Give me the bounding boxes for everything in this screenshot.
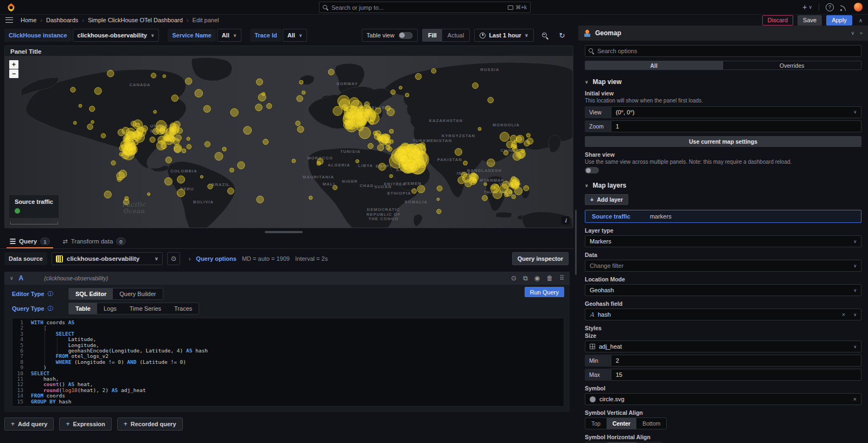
duplicate-query-icon[interactable]: ⧉ [523,274,528,282]
tab-transform-data[interactable]: ⇄ Transform data 0 [58,237,131,248]
search-input[interactable] [331,4,505,11]
help-icon[interactable]: ? [826,3,834,11]
min-input[interactable]: 2 [611,355,861,367]
discard-button[interactable]: Discard [762,15,793,25]
add-menu-button[interactable]: +∨ [802,3,812,11]
info-icon[interactable]: ⓘ [48,305,53,312]
collapse-pane-icon[interactable]: » [860,30,863,36]
datasource-picker[interactable]: clickhouse-observability ∨ [52,252,163,265]
info-icon[interactable]: ⓘ [48,290,53,298]
add-layer-button[interactable]: +Add layer [585,194,628,205]
traces-option[interactable]: Traces [168,303,199,314]
time-range-picker[interactable]: Last 1 hour ∨ [474,29,534,42]
query-builder-option[interactable]: Query Builder [113,288,162,299]
variable-value-clickhouse-instance[interactable]: clickhouse-observability∨ [73,29,159,42]
apply-button[interactable]: Apply [826,15,852,25]
chevron-down-icon[interactable]: ∨ [851,30,854,36]
variable-value-service-name[interactable]: All∨ [217,29,242,42]
options-search-input[interactable] [597,48,858,54]
tab-query[interactable]: Query 1 [4,237,55,248]
clear-icon[interactable]: × [842,311,845,318]
menu-icon[interactable] [5,17,13,23]
sql-editor-option[interactable]: SQL Editor [69,288,113,299]
scrollbar-thumb[interactable] [575,210,577,275]
query-help-icon[interactable]: ⊙ [511,274,516,282]
map-marker [203,105,210,112]
share-view-toggle[interactable] [585,167,599,174]
layer-item-source-traffic[interactable]: Source traffic markers [585,210,861,223]
use-current-map-settings-button[interactable]: Use current map settings [585,136,861,147]
code-line[interactable]: 13 round(log10(heat), 2) AS adj_heat [12,388,564,393]
map-label: CHAD [360,183,374,188]
code-line[interactable]: 15GROUP BY hash [12,399,564,405]
logs-option[interactable]: Logs [97,303,123,314]
time-series-option[interactable]: Time Series [123,303,168,314]
bottom-option[interactable]: Bottom [636,418,666,429]
center-option[interactable]: Center [607,418,636,429]
news-icon[interactable] [840,4,847,11]
tab-all[interactable]: All [585,61,723,70]
size-select[interactable]: adj_heat∨ [585,341,861,352]
run-query-button[interactable]: Run Query [525,287,564,297]
sql-code-editor[interactable]: 1WITH coords AS2 (3 SELECT4 Latitude,5 L… [12,318,564,407]
map-attribution-button[interactable]: i [561,216,570,224]
splitter-grip[interactable] [265,231,303,233]
options-search[interactable] [585,45,861,57]
grafana-logo-icon[interactable] [7,3,16,12]
map-marker [417,185,425,193]
layer-type-select[interactable]: Markers∨ [585,235,861,247]
map-canvas[interactable]: RUSSIACANADANORWAYUNITEDSTATESBELARUSKAZ… [5,56,573,228]
drag-handle-icon[interactable]: ⠿ [559,274,564,282]
geohash-field-select[interactable]: Ahash×∨ [585,309,861,320]
tab-overrides[interactable]: Overrides [723,61,862,70]
global-search[interactable]: ⌘+k [319,2,531,13]
query-row-header[interactable]: ∨ A (clickhouse-observability) ⊙ ⧉ ◉ 🗑 ⠿ [4,272,570,285]
zoom-out-time-button[interactable] [538,29,551,42]
save-button[interactable]: Save [797,15,822,25]
delete-query-icon[interactable]: 🗑 [546,274,553,282]
map-marker [378,144,384,151]
location-mode-select[interactable]: Geohash∨ [585,284,861,296]
collapse-query-icon[interactable]: ∨ [10,275,14,281]
expression-button[interactable]: +Expression [59,418,111,431]
code-line[interactable]: 9 ) [12,365,564,370]
panel-title[interactable]: Panel Title [5,46,573,56]
code-line[interactable]: 2 ( [12,325,564,331]
table-option[interactable]: Table [69,303,97,314]
zoom-input[interactable]: 1 [611,120,861,132]
query-inspector-button[interactable]: Query inspector [512,252,569,265]
datasource-help-button[interactable]: ⊙ [167,252,180,265]
top-option[interactable]: Top [585,418,607,429]
section-map-layers[interactable]: ∨Map layers [585,182,861,189]
view-select[interactable]: (0°, 0°)∨ [611,106,861,118]
symbol-select[interactable]: circle.svg× [585,393,861,405]
map-zoom-out-button[interactable]: − [9,69,18,78]
breadcrumb-item[interactable]: Simple ClickHouse OTel Dashboard [88,17,183,23]
fill-option[interactable]: Fill [423,29,442,41]
breadcrumb-item[interactable]: Dashboards [46,17,78,23]
code-line[interactable]: 1WITH coords AS [12,320,564,325]
code-line[interactable]: 10SELECT [12,371,564,376]
section-map-view[interactable]: ∨Map view [585,78,861,86]
collapse-header-icon[interactable]: ∧ [859,17,863,23]
breadcrumb-item[interactable]: Home [21,17,36,23]
clear-icon[interactable]: × [853,396,857,402]
query-options[interactable]: › Query options MD = auto = 1909 Interva… [189,255,328,262]
table-view-toggle[interactable] [399,32,413,39]
max-input[interactable]: 15 [611,369,861,381]
code-line[interactable]: 14FROM coords [12,393,564,399]
visualization-picker[interactable]: Geomap ∨ » [578,25,868,41]
map-zoom-in-button[interactable]: + [9,60,18,69]
user-avatar[interactable] [854,3,863,11]
refresh-button[interactable]: ↻ [556,29,569,42]
panel-options-sidebar: Geomap ∨ » All Overrides ∨Map view Initi… [578,25,868,443]
main-scrollbar[interactable] [575,25,577,443]
code-line[interactable]: 11 hash, [12,376,564,382]
variable-value-trace-id[interactable]: All∨ [283,29,308,42]
hide-response-icon[interactable]: ◉ [534,274,540,282]
code-line[interactable]: 8 WHERE (Longitude != 0) AND (Latitude !… [12,359,564,365]
add-query-button[interactable]: +Add query [4,418,54,431]
recorded-query-button[interactable]: +Recorded query [117,418,183,431]
actual-option[interactable]: Actual [442,29,470,41]
data-select[interactable]: Change filter∨ [585,260,861,272]
